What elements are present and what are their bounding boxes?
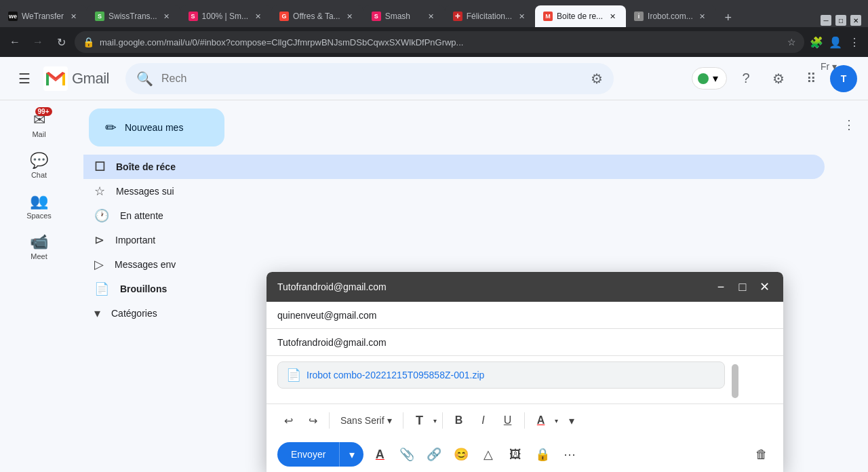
- tab-wetransfer[interactable]: we WeTransfer ✕: [0, 5, 87, 27]
- status-dot: [698, 73, 709, 84]
- more-options-button[interactable]: ⋯: [559, 444, 580, 465]
- tab-close-offres[interactable]: ✕: [344, 11, 355, 22]
- sidebar-item-spaces[interactable]: 👥 Spaces: [0, 187, 78, 225]
- search-filter-icon[interactable]: ⚙: [591, 71, 603, 87]
- toolbar-divider-4: [524, 412, 525, 429]
- text-format-button[interactable]: A: [369, 444, 391, 465]
- nav-item-starred[interactable]: ☆ Messages sui: [83, 179, 825, 203]
- tab-close-boite[interactable]: ✕: [607, 11, 618, 22]
- search-icon: 🔍: [136, 71, 153, 87]
- address-bar[interactable]: 🔒 mail.google.com/mail/u/0/#inbox?compos…: [75, 31, 804, 53]
- scroll-thumb: [732, 364, 738, 398]
- back-button[interactable]: ←: [5, 33, 24, 52]
- compose-close-button[interactable]: ✕: [756, 279, 772, 295]
- insert-link-button[interactable]: 🔗: [423, 444, 445, 465]
- redo-button[interactable]: ↪: [302, 410, 323, 431]
- tab-close-irobot[interactable]: ✕: [697, 11, 708, 22]
- status-button[interactable]: ▾: [692, 67, 727, 90]
- send-button[interactable]: Envoyer ▾: [277, 442, 363, 467]
- compose-footer: Envoyer ▾ A 📎 🔗 😊 △ 🖼 🔒 ⋯ 🗑: [267, 437, 783, 472]
- tab-smash[interactable]: S 100% | Sm... ✕: [180, 5, 271, 27]
- tab-close-wetransfer[interactable]: ✕: [68, 11, 79, 22]
- text-size-button[interactable]: T: [409, 410, 431, 431]
- compose-from-field: Tutofrandroid@gmail.com: [267, 329, 783, 356]
- nav-item-snoozed[interactable]: 🕐 En attente: [83, 203, 825, 228]
- text-color-button[interactable]: A: [530, 410, 552, 431]
- address-url: mail.google.com/mail/u/0/#inbox?compose=…: [100, 37, 782, 47]
- browser-actions: 🧩 👤 ⋮: [808, 34, 863, 50]
- attach-file-button[interactable]: 📎: [396, 444, 418, 465]
- sidebar-item-meet[interactable]: 📹 Meet: [0, 228, 78, 266]
- star-icon[interactable]: ☆: [787, 37, 796, 47]
- mail-icon: ✉ 99+: [33, 111, 45, 129]
- compose-icon: ✏: [105, 119, 117, 136]
- more-formatting-button[interactable]: ▾: [561, 410, 583, 431]
- tab-irobot[interactable]: i Irobot.com... ✕: [626, 5, 716, 27]
- attachment-item[interactable]: 📄 Irobot combo-20221215T095858Z-001.zip: [277, 361, 725, 389]
- toolbar-divider-2: [403, 412, 403, 429]
- right-sidebar-more[interactable]: ⋮: [835, 111, 863, 138]
- browser-chrome: we WeTransfer ✕ S SwissTrans... ✕ S 100%…: [0, 0, 868, 57]
- tab-close-smash2[interactable]: ✕: [426, 11, 437, 22]
- bold-button[interactable]: B: [448, 410, 470, 431]
- compose-button[interactable]: ✏ Nouveau mes: [89, 109, 224, 146]
- tab-close-smash[interactable]: ✕: [252, 11, 263, 22]
- categories-icon: ▾: [94, 306, 100, 321]
- tab-close-felicitation[interactable]: ✕: [516, 11, 527, 22]
- snoozed-icon: 🕐: [94, 208, 109, 223]
- search-input[interactable]: [161, 73, 583, 85]
- compose-modal: Tutofrandroid@gmail.com − □ ✕ quinenveut…: [267, 272, 783, 472]
- help-button[interactable]: ?: [732, 65, 760, 92]
- send-label: Envoyer: [277, 442, 339, 467]
- delete-draft-button[interactable]: 🗑: [751, 444, 772, 465]
- underline-button[interactable]: U: [497, 410, 519, 431]
- sent-icon: ▷: [94, 257, 104, 272]
- extensions-icon[interactable]: 🧩: [808, 34, 825, 50]
- sidebar-item-chat-label: Chat: [31, 171, 47, 179]
- lock-button[interactable]: 🔒: [532, 444, 553, 465]
- nav-item-inbox[interactable]: ☐ Boîte de réce: [83, 155, 825, 179]
- hamburger-menu[interactable]: ☰: [11, 65, 38, 92]
- minimize-button[interactable]: ─: [821, 15, 831, 26]
- compose-minimize-button[interactable]: −: [713, 279, 729, 295]
- new-tab-button[interactable]: +: [719, 8, 738, 27]
- nav-item-important[interactable]: ⊳ Important: [83, 228, 825, 252]
- gmail-logo-icon: [43, 66, 68, 91]
- lock-icon: 🔒: [83, 37, 94, 47]
- chat-icon: 💬: [30, 152, 48, 170]
- send-dropdown-button[interactable]: ▾: [339, 442, 363, 467]
- text-size-chevron[interactable]: ▾: [433, 417, 437, 425]
- italic-button[interactable]: I: [473, 410, 494, 431]
- profile-icon[interactable]: 👤: [827, 34, 844, 50]
- compose-to-value: quinenveut@gmail.com: [277, 310, 377, 321]
- maximize-button[interactable]: □: [835, 15, 846, 26]
- scroll-bar[interactable]: [730, 364, 740, 398]
- sidebar-item-mail-label: Mail: [32, 130, 45, 138]
- undo-button[interactable]: ↩: [277, 410, 299, 431]
- gmail-logo: Gmail: [43, 66, 109, 91]
- close-window-button[interactable]: ✕: [850, 15, 861, 26]
- menu-button[interactable]: ⋮: [846, 34, 863, 50]
- tab-felicitation[interactable]: ✛ Félicitation... ✕: [445, 5, 535, 27]
- forward-button[interactable]: →: [28, 33, 47, 52]
- font-selector[interactable]: Sans Serif ▾: [335, 412, 397, 429]
- refresh-button[interactable]: ↻: [52, 33, 71, 52]
- tab-smash2[interactable]: S Smash ✕: [363, 5, 445, 27]
- compose-modal-overlay: Tutofrandroid@gmail.com − □ ✕ quinenveut…: [267, 272, 783, 472]
- compose-expand-button[interactable]: □: [734, 279, 751, 295]
- settings-button[interactable]: ⚙: [765, 65, 792, 92]
- compose-modal-title: Tutofrandroid@gmail.com: [277, 281, 713, 292]
- insert-photo-button[interactable]: 🖼: [505, 444, 526, 465]
- text-color-chevron[interactable]: ▾: [555, 417, 558, 425]
- insert-emoji-button[interactable]: 😊: [450, 444, 472, 465]
- drive-button[interactable]: △: [477, 444, 499, 465]
- nav-inbox-label: Boîte de réce: [116, 161, 176, 172]
- tab-swisstrans[interactable]: S SwissTrans... ✕: [87, 5, 180, 27]
- search-bar[interactable]: 🔍 ⚙: [125, 63, 614, 94]
- tab-close-swisstrans[interactable]: ✕: [161, 11, 172, 22]
- tab-offres[interactable]: G Offres & Ta... ✕: [271, 5, 363, 27]
- sidebar-item-mail[interactable]: ✉ 99+ Mail: [0, 106, 78, 144]
- gmail-header: ☰ Gmail 🔍 ⚙ ▾ ? ⚙ ⠿: [0, 57, 868, 100]
- sidebar-item-chat[interactable]: 💬 Chat: [0, 146, 78, 184]
- tab-boite[interactable]: M Boite de re... ✕: [535, 5, 626, 27]
